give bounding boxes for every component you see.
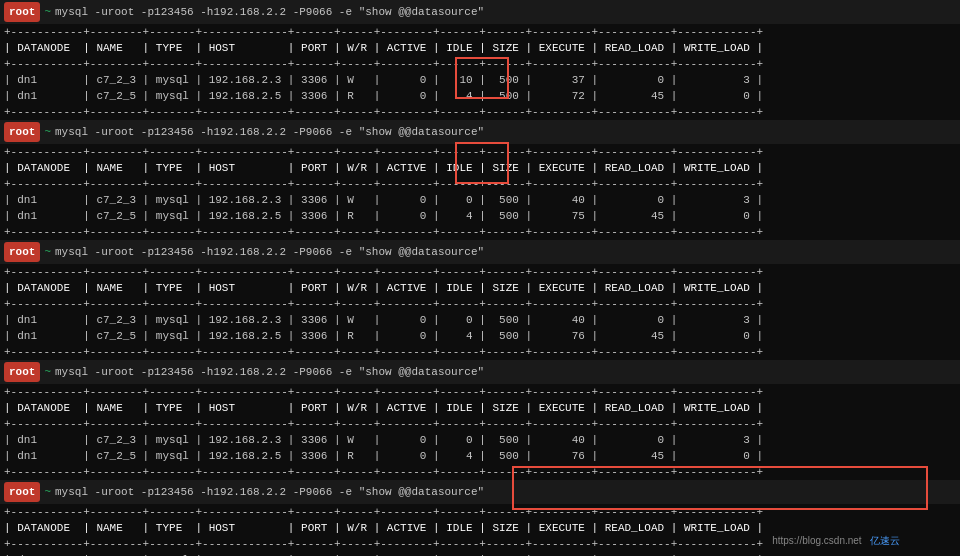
prompt-line-5: root ~ mysql -uroot -p123456 -h192.168.2… bbox=[0, 480, 960, 504]
table-sep-1c: +-----------+--------+-------+----------… bbox=[4, 104, 956, 120]
table-sep-2c: +-----------+--------+-------+----------… bbox=[4, 224, 956, 240]
table-sep-4c: +-----------+--------+-------+----------… bbox=[4, 464, 956, 480]
section-4: root ~ mysql -uroot -p123456 -h192.168.2… bbox=[0, 360, 960, 480]
table-header-3: | DATANODE | NAME | TYPE | HOST | PORT |… bbox=[4, 280, 956, 296]
table-sep-4b: +-----------+--------+-------+----------… bbox=[4, 416, 956, 432]
table-block-1: +-----------+--------+-------+----------… bbox=[0, 24, 960, 120]
table-sep-2a: +-----------+--------+-------+----------… bbox=[4, 144, 956, 160]
prompt-root-3: root bbox=[4, 242, 40, 262]
prompt-line-2: root ~ mysql -uroot -p123456 -h192.168.2… bbox=[0, 120, 960, 144]
table-row-2-1: | dn1 | c7_2_3 | mysql | 192.168.2.3 | 3… bbox=[4, 192, 956, 208]
table-row-3-2: | dn1 | c7_2_5 | mysql | 192.168.2.5 | 3… bbox=[4, 328, 956, 344]
watermark: https://blog.csdn.net 亿速云 bbox=[772, 534, 900, 548]
terminal: root ~ mysql -uroot -p123456 -h192.168.2… bbox=[0, 0, 960, 556]
prompt-tilde-3: ~ bbox=[44, 243, 51, 261]
watermark-url: https://blog.csdn.net bbox=[772, 535, 862, 546]
table-sep-1a: +-----------+--------+-------+----------… bbox=[4, 24, 956, 40]
table-header-1: | DATANODE | NAME | TYPE | HOST | PORT |… bbox=[4, 40, 956, 56]
table-header-2: | DATANODE | NAME | TYPE | HOST | PORT |… bbox=[4, 160, 956, 176]
prompt-tilde-1: ~ bbox=[44, 3, 51, 21]
table-row-2-2: | dn1 | c7_2_5 | mysql | 192.168.2.5 | 3… bbox=[4, 208, 956, 224]
prompt-root-1: root bbox=[4, 2, 40, 22]
table-sep-4a: +-----------+--------+-------+----------… bbox=[4, 384, 956, 400]
section-1: root ~ mysql -uroot -p123456 -h192.168.2… bbox=[0, 0, 960, 120]
prompt-line-1: root ~ mysql -uroot -p123456 -h192.168.2… bbox=[0, 0, 960, 24]
prompt-cmd-3: mysql -uroot -p123456 -h192.168.2.2 -P90… bbox=[55, 243, 484, 261]
prompt-root-4: root bbox=[4, 362, 40, 382]
table-sep-3c: +-----------+--------+-------+----------… bbox=[4, 344, 956, 360]
table-block-4: +-----------+--------+-------+----------… bbox=[0, 384, 960, 480]
watermark-brand: 亿速云 bbox=[870, 535, 900, 546]
section-2: root ~ mysql -uroot -p123456 -h192.168.2… bbox=[0, 120, 960, 240]
table-row-1-1: | dn1 | c7_2_3 | mysql | 192.168.2.3 | 3… bbox=[4, 72, 956, 88]
prompt-cmd-5: mysql -uroot -p123456 -h192.168.2.2 -P90… bbox=[55, 483, 484, 501]
prompt-tilde-2: ~ bbox=[44, 123, 51, 141]
table-sep-5a: +-----------+--------+-------+----------… bbox=[4, 504, 956, 520]
table-block-5: +-----------+--------+-------+----------… bbox=[0, 504, 960, 556]
table-block-3: +-----------+--------+-------+----------… bbox=[0, 264, 960, 360]
prompt-line-3: root ~ mysql -uroot -p123456 -h192.168.2… bbox=[0, 240, 960, 264]
table-row-5-1: | dn1 | c7_2_3 | mysql | 192.168.2.3 | 3… bbox=[4, 552, 956, 556]
table-row-4-1: | dn1 | c7_2_3 | mysql | 192.168.2.3 | 3… bbox=[4, 432, 956, 448]
prompt-line-4: root ~ mysql -uroot -p123456 -h192.168.2… bbox=[0, 360, 960, 384]
prompt-cmd-1: mysql -uroot -p123456 -h192.168.2.2 -P90… bbox=[55, 3, 484, 21]
prompt-root-2: root bbox=[4, 122, 40, 142]
table-row-1-2: | dn1 | c7_2_5 | mysql | 192.168.2.5 | 3… bbox=[4, 88, 956, 104]
prompt-tilde-5: ~ bbox=[44, 483, 51, 501]
prompt-root-5: root bbox=[4, 482, 40, 502]
table-sep-3a: +-----------+--------+-------+----------… bbox=[4, 264, 956, 280]
table-row-3-1: | dn1 | c7_2_3 | mysql | 192.168.2.3 | 3… bbox=[4, 312, 956, 328]
section-3: root ~ mysql -uroot -p123456 -h192.168.2… bbox=[0, 240, 960, 360]
table-sep-1b: +-----------+--------+-------+----------… bbox=[4, 56, 956, 72]
prompt-tilde-4: ~ bbox=[44, 363, 51, 381]
prompt-cmd-2: mysql -uroot -p123456 -h192.168.2.2 -P90… bbox=[55, 123, 484, 141]
table-header-4: | DATANODE | NAME | TYPE | HOST | PORT |… bbox=[4, 400, 956, 416]
table-block-2: +-----------+--------+-------+----------… bbox=[0, 144, 960, 240]
table-sep-3b: +-----------+--------+-------+----------… bbox=[4, 296, 956, 312]
prompt-cmd-4: mysql -uroot -p123456 -h192.168.2.2 -P90… bbox=[55, 363, 484, 381]
table-sep-2b: +-----------+--------+-------+----------… bbox=[4, 176, 956, 192]
table-row-4-2: | dn1 | c7_2_5 | mysql | 192.168.2.5 | 3… bbox=[4, 448, 956, 464]
